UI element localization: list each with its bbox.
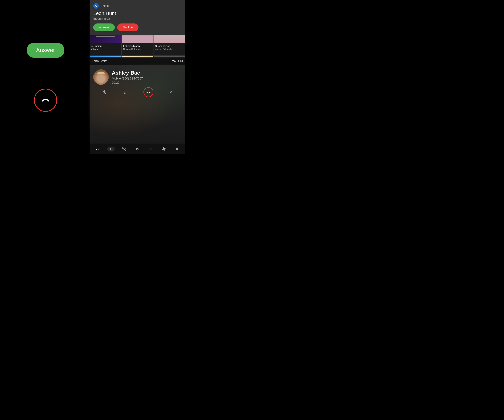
nav-number-value: 72 [96, 147, 99, 151]
card-subtitle: Amelia Edwards [155, 48, 184, 50]
progress-row [90, 56, 185, 57]
nav-signal-icon [121, 147, 127, 151]
card-info: Suspendisse Amelia Edwards [154, 43, 185, 55]
notification-caller: Leon Hunt [93, 11, 182, 16]
caller-number: Mobile (360) 624-7567 [112, 77, 182, 80]
phone-app-icon [93, 3, 99, 9]
call-controls [93, 85, 182, 98]
avatar [93, 69, 109, 85]
end-call-small-button[interactable] [144, 87, 153, 97]
card-info: s Tincidu i Ryushi [90, 43, 121, 55]
nav-forward-button[interactable] [107, 147, 114, 151]
notification-overlay: Phone Leon Hunt Incoming call Answer Dec… [90, 0, 185, 35]
notification-buttons: Answer Decline [93, 24, 182, 31]
active-call-card: Ashley Bae Mobile (360) 624-7567 00:22 [90, 65, 185, 143]
nav-bell-button[interactable] [174, 147, 181, 151]
card-title: Suspendisse [155, 45, 184, 48]
john-smith-time: 7:43 PM [171, 59, 183, 63]
john-smith-bar: John Smith 7:43 PM [90, 57, 185, 65]
avatar-image [93, 69, 109, 85]
notification-app-name: Phone [101, 4, 109, 8]
right-panel: Phone Leon Hunt Incoming call Answer Dec… [90, 0, 185, 154]
card-info: Lobortis Magn Nayara Defuente [122, 43, 153, 55]
answer-button[interactable]: Answer [27, 43, 64, 58]
mute-button[interactable] [100, 88, 108, 96]
nav-home-button[interactable] [134, 147, 141, 151]
notification-header: Phone [93, 3, 182, 9]
end-call-button[interactable] [34, 89, 57, 112]
bottom-nav: 72 [90, 143, 185, 154]
caller-name: Ashley Bae [112, 70, 182, 76]
keypad-button[interactable] [122, 88, 130, 96]
card-title: s Tincidu [91, 45, 120, 48]
progress-bar-1 [90, 56, 121, 57]
progress-bar-3 [154, 56, 185, 57]
end-call-icon [41, 96, 50, 105]
card-subtitle: Nayara Defuente [123, 48, 152, 50]
call-info-row: Ashley Bae Mobile (360) 624-7567 00:22 [93, 69, 182, 85]
notification-answer-button[interactable]: Answer [93, 24, 115, 31]
call-details: Ashley Bae Mobile (360) 624-7567 00:22 [112, 70, 182, 84]
card-title: Lobortis Magn [123, 45, 152, 48]
nav-fan-button[interactable] [160, 147, 167, 151]
nav-apps-button[interactable] [147, 147, 154, 151]
notification-decline-button[interactable]: Decline [117, 24, 139, 31]
progress-bar-2 [121, 56, 153, 57]
nav-number: 72 [94, 147, 101, 151]
card-subtitle: i Ryushi [91, 48, 120, 50]
notification-status: Incoming call [93, 17, 182, 20]
call-duration: 00:22 [112, 81, 182, 84]
bluetooth-button[interactable] [167, 88, 175, 96]
john-smith-name: John Smith [92, 59, 108, 63]
left-panel: Answer [0, 0, 91, 154]
